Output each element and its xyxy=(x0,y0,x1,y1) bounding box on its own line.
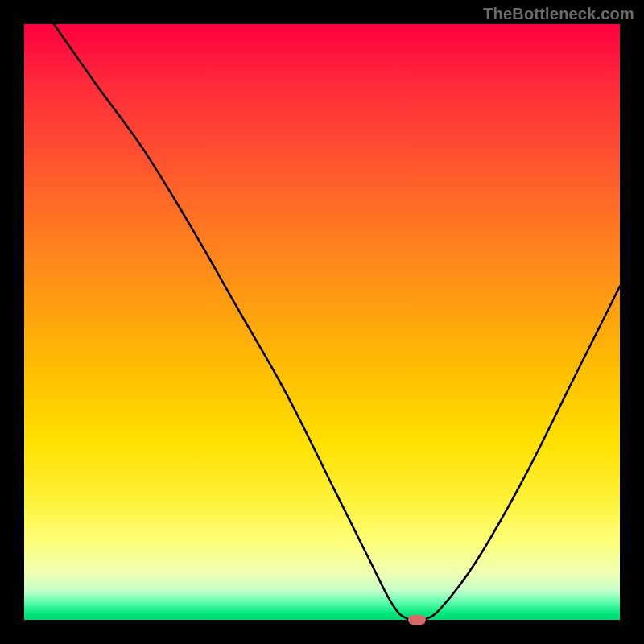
plot-area xyxy=(24,24,620,620)
watermark-text: TheBottleneck.com xyxy=(483,5,634,23)
minimum-marker xyxy=(408,615,426,625)
bottleneck-curve-path xyxy=(54,24,620,620)
curve-svg xyxy=(24,24,620,620)
bottleneck-chart: TheBottleneck.com xyxy=(0,0,644,644)
